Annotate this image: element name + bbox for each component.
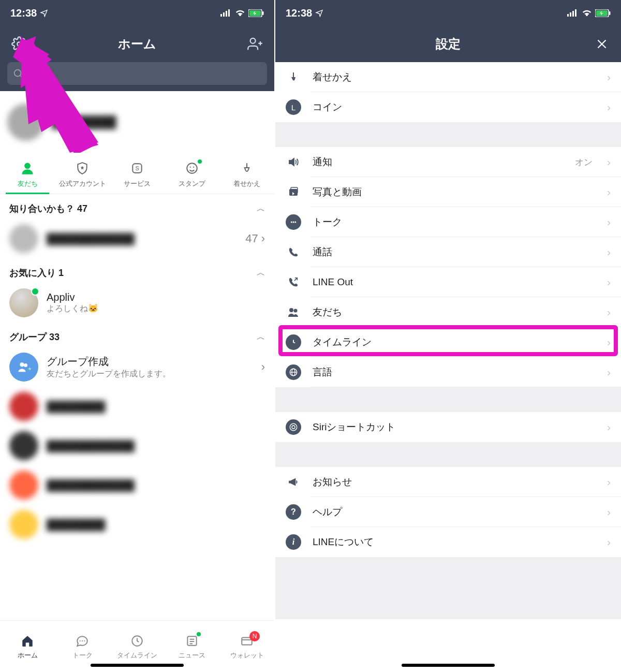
chevron-right-icon: › — [607, 156, 611, 168]
svg-text:S: S — [135, 165, 139, 171]
nav-label: ホーム — [18, 651, 38, 660]
nav-home[interactable]: ホーム — [0, 621, 55, 672]
svg-rect-37 — [575, 9, 576, 17]
section-favorites[interactable]: お気に入り 1 ︿ — [0, 258, 274, 283]
svg-rect-1 — [223, 12, 225, 17]
section-suggest[interactable]: 知り合いかも？ 47 ︿ — [0, 194, 274, 219]
brush-icon — [287, 71, 300, 83]
status-time: 12:38 — [10, 7, 37, 19]
list-item[interactable]: ████████████ — [0, 426, 274, 465]
status-time: 12:38 — [286, 7, 312, 19]
svg-rect-0 — [220, 14, 222, 17]
settings-item-theme[interactable]: 着せかえ › — [275, 62, 621, 92]
settings-label: 通話 — [313, 245, 593, 259]
coin-icon: L — [286, 99, 301, 115]
settings-item-talk[interactable]: トーク › — [275, 207, 621, 237]
svg-point-16 — [187, 163, 197, 173]
svg-point-53 — [290, 423, 297, 431]
section-groups[interactable]: グループ 33 ︿ — [0, 323, 274, 347]
tab-friends[interactable]: 友だち — [0, 153, 55, 194]
avatar — [9, 288, 38, 317]
home-indicator — [91, 664, 184, 667]
settings-item-help[interactable]: ? ヘルプ › — [275, 497, 621, 527]
settings-item-announce[interactable]: お知らせ › — [275, 467, 621, 497]
settings-item-language[interactable]: 言語 › — [275, 357, 621, 387]
settings-label: コイン — [313, 100, 593, 114]
tab-label: スタンプ — [179, 179, 205, 188]
speaker-icon — [287, 156, 300, 168]
search-input[interactable] — [7, 62, 267, 85]
nav-wallet[interactable]: N ウォレット — [219, 621, 274, 672]
service-icon: S — [130, 162, 144, 175]
phone-icon — [288, 246, 299, 258]
chevron-right-icon: › — [607, 367, 611, 378]
settings-item-notification[interactable]: 通知 オン › — [275, 147, 621, 177]
phone-out-icon — [288, 276, 299, 288]
chevron-right-icon: › — [607, 421, 611, 433]
siri-icon — [286, 419, 301, 435]
clock-icon — [286, 334, 301, 350]
settings-item-photo[interactable]: 写真と動画 › — [275, 177, 621, 207]
tab-themes[interactable]: 着せかえ — [219, 153, 274, 194]
settings-label: タイムライン — [313, 335, 593, 349]
settings-label: トーク — [313, 215, 593, 229]
svg-rect-40 — [609, 11, 611, 15]
settings-label: LINE Out — [313, 276, 593, 288]
settings-item-timeline[interactable]: タイムライン › — [275, 327, 621, 357]
chevron-right-icon: › — [607, 71, 611, 83]
avatar — [7, 104, 45, 141]
nav-label: タイムライン — [117, 651, 157, 660]
friends-icon — [287, 306, 300, 318]
page-title: ホーム — [28, 36, 246, 52]
svg-point-23 — [82, 640, 83, 641]
settings-item-call[interactable]: 通話 › — [275, 237, 621, 267]
search-icon — [12, 68, 24, 79]
settings-label: お知らせ — [313, 475, 593, 489]
tab-label: サービス — [124, 179, 151, 188]
svg-rect-35 — [570, 12, 571, 17]
signal-icon — [567, 9, 579, 17]
signal-icon — [220, 9, 232, 17]
svg-point-22 — [80, 640, 81, 641]
chevron-right-icon: › — [607, 101, 611, 113]
location-icon — [315, 9, 323, 17]
section-title: グループ 33 — [9, 331, 60, 343]
count: 47 — [245, 232, 258, 245]
list-item[interactable]: ████████████ — [0, 465, 274, 505]
settings-item-friends[interactable]: 友だち › — [275, 297, 621, 327]
section-title: 知り合いかも？ 47 — [9, 202, 87, 215]
list-item[interactable]: ████████ — [0, 505, 274, 539]
add-friend-icon[interactable] — [246, 35, 264, 53]
close-button[interactable] — [593, 35, 611, 53]
home-icon — [21, 634, 34, 648]
list-item[interactable]: ████████████ 47› — [0, 219, 274, 258]
list-item[interactable]: ████████ — [0, 387, 274, 426]
tab-official[interactable]: 公式アカウント — [55, 153, 110, 194]
chevron-up-icon: ︿ — [257, 203, 265, 214]
list-item[interactable]: Appliv よろしくね🐱 — [0, 283, 274, 323]
chevron-right-icon: › — [261, 232, 265, 245]
tab-label: 公式アカウント — [59, 179, 106, 188]
tab-services[interactable]: S サービス — [110, 153, 165, 194]
settings-icon[interactable] — [10, 35, 28, 53]
svg-point-48 — [289, 308, 293, 312]
settings-value: オン — [575, 156, 593, 168]
svg-rect-2 — [226, 11, 227, 17]
chevron-up-icon: ︿ — [257, 332, 265, 343]
settings-label: 通知 — [313, 155, 564, 169]
settings-item-about[interactable]: i LINEについて › — [275, 527, 621, 557]
settings-label: 写真と動画 — [313, 185, 593, 199]
settings-label: ヘルプ — [313, 505, 593, 519]
svg-point-18 — [193, 167, 194, 168]
avatar — [9, 224, 38, 253]
create-group-item[interactable]: + グループ作成 友だちとグループを作成します。 › — [0, 347, 274, 387]
settings-item-siri[interactable]: Siriショートカット › — [275, 412, 621, 442]
brush-icon — [240, 162, 254, 175]
page-title: 設定 — [303, 36, 593, 52]
profile-row[interactable]: ████████ — [0, 91, 274, 153]
home-indicator — [402, 664, 495, 667]
settings-item-lineout[interactable]: LINE Out › — [275, 267, 621, 297]
svg-line-12 — [20, 76, 22, 78]
settings-item-coin[interactable]: L コイン › — [275, 92, 621, 122]
tab-stickers[interactable]: スタンプ — [165, 153, 219, 194]
